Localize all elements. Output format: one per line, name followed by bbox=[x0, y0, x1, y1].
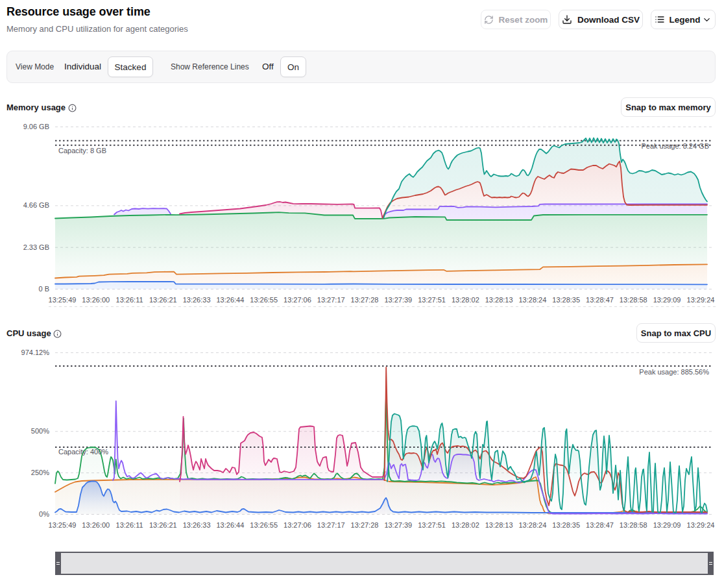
svg-text:13:26:11: 13:26:11 bbox=[116, 521, 143, 529]
svg-text:13:29:24: 13:29:24 bbox=[687, 521, 715, 529]
svg-text:13:27:28: 13:27:28 bbox=[351, 521, 379, 529]
svg-text:250%: 250% bbox=[31, 469, 49, 476]
svg-text:13:28:58: 13:28:58 bbox=[620, 521, 647, 529]
svg-text:13:27:51: 13:27:51 bbox=[418, 521, 446, 529]
svg-text:13:28:13: 13:28:13 bbox=[485, 521, 513, 529]
svg-text:13:26:44: 13:26:44 bbox=[216, 521, 244, 529]
svg-text:974.12%: 974.12% bbox=[21, 349, 50, 356]
svg-text:13:28:47: 13:28:47 bbox=[586, 521, 614, 529]
svg-text:13:28:02: 13:28:02 bbox=[452, 521, 479, 529]
svg-text:13:25:49: 13:25:49 bbox=[49, 521, 77, 529]
svg-text:13:26:21: 13:26:21 bbox=[149, 521, 177, 529]
svg-text:0%: 0% bbox=[39, 510, 49, 518]
svg-text:Capacity: 400%: Capacity: 400% bbox=[58, 448, 108, 456]
svg-text:13:27:39: 13:27:39 bbox=[384, 521, 412, 529]
svg-text:Peak usage: 885.56%: Peak usage: 885.56% bbox=[639, 368, 709, 376]
svg-text:13:27:17: 13:27:17 bbox=[317, 521, 345, 529]
svg-text:13:26:55: 13:26:55 bbox=[250, 521, 278, 529]
svg-text:13:26:33: 13:26:33 bbox=[183, 521, 211, 529]
svg-text:13:28:24: 13:28:24 bbox=[519, 521, 547, 529]
svg-text:13:29:09: 13:29:09 bbox=[653, 521, 681, 529]
svg-text:13:28:35: 13:28:35 bbox=[552, 521, 580, 529]
svg-text:500%: 500% bbox=[31, 427, 49, 435]
svg-text:13:27:06: 13:27:06 bbox=[284, 521, 311, 529]
svg-text:13:26:00: 13:26:00 bbox=[82, 521, 110, 529]
